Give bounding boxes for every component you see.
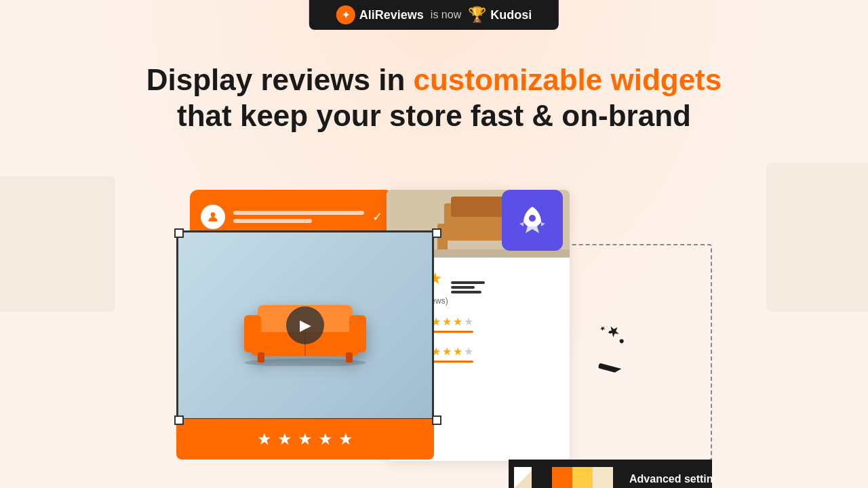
svg-rect-5 [349, 315, 366, 352]
kudosi-icon: 🏆 [468, 6, 486, 24]
video-card: ▶ [176, 230, 434, 420]
top-banner: ✦ AliReviews is now 🏆 Kudosi [309, 0, 559, 30]
star-2: ★ [277, 430, 292, 449]
corner-handle-tl [174, 228, 184, 238]
bg-deco-left [0, 176, 115, 312]
svg-point-0 [211, 212, 216, 217]
bg-deco-right [766, 163, 868, 312]
advanced-settings-button[interactable]: Advanced settings [618, 473, 712, 485]
heading-highlight: customizable widgets [413, 63, 722, 96]
star-4: ★ [318, 430, 333, 449]
alireviews-text: AliReviews [359, 8, 424, 22]
color-swatches [509, 467, 618, 488]
svg-point-20 [608, 330, 612, 333]
swatch-orange[interactable] [552, 467, 572, 488]
alireviews-logo: ✦ AliReviews [336, 5, 424, 24]
svg-point-17 [529, 215, 536, 222]
illustration: ✓ ▶ [129, 176, 739, 488]
orange-rating-bar: ★ ★ ★ ★ ★ [176, 419, 434, 460]
rocket-card [502, 190, 563, 251]
star-1: ★ [257, 430, 272, 449]
kudosi-logo: 🏆 Kudosi [468, 6, 532, 24]
svg-rect-18 [598, 363, 631, 376]
swatch-yellow[interactable] [572, 467, 593, 488]
corner-handle-br [432, 415, 441, 425]
corner-handle-bl [174, 415, 184, 425]
swatch-diagonal[interactable] [514, 467, 532, 488]
heading-line2: that keep your store fast & on-brand [14, 98, 854, 134]
swatch-black[interactable] [532, 467, 552, 488]
r-line-1 [451, 281, 485, 284]
kudosi-text: Kudosi [490, 8, 532, 22]
svg-rect-4 [244, 315, 261, 352]
avatar-icon [201, 205, 225, 229]
svg-point-19 [619, 338, 625, 344]
r-line-3 [451, 291, 481, 293]
rating-lines [451, 281, 485, 293]
svg-rect-11 [451, 197, 505, 217]
is-now-text: is now [431, 9, 461, 21]
magic-wand-icon [576, 317, 645, 389]
wand-svg [576, 317, 641, 382]
svg-rect-7 [258, 352, 264, 363]
profile-line-2 [233, 219, 312, 223]
heading-line1: Display reviews in customizable widgets [14, 62, 854, 98]
alireviews-icon: ✦ [336, 5, 355, 24]
rocket-icon [515, 203, 549, 237]
play-button[interactable]: ▶ [286, 306, 324, 344]
advanced-bottom-bar: Advanced settings [509, 460, 712, 488]
svg-rect-8 [346, 352, 353, 363]
check-icon: ✓ [372, 209, 382, 224]
star-5: ★ [338, 430, 353, 449]
main-heading: Display reviews in customizable widgets … [0, 49, 868, 148]
swatch-cream[interactable] [593, 467, 613, 488]
corner-handle-tr [432, 228, 441, 238]
profile-lines [233, 211, 364, 223]
video-inner: ▶ [178, 232, 432, 418]
r-line-2 [451, 286, 475, 289]
star-3: ★ [298, 430, 313, 449]
profile-line-1 [233, 211, 364, 215]
